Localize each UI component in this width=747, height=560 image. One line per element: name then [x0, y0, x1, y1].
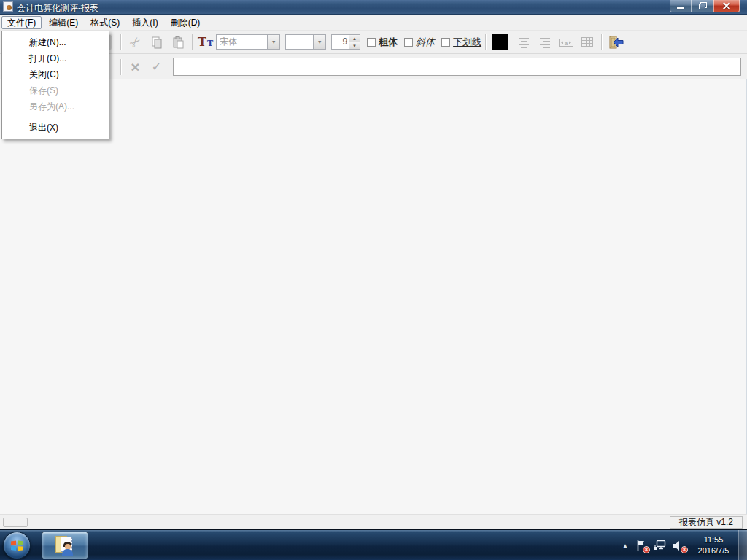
clock-date: 2016/7/5	[691, 545, 736, 556]
formula-input[interactable]	[173, 58, 741, 76]
toolbar-separator	[192, 34, 193, 50]
toolbar-separator	[120, 34, 121, 50]
chevron-down-icon[interactable]: ▼	[267, 35, 279, 49]
taskbar-clock[interactable]: 11:55 2016/7/5	[691, 534, 736, 556]
application-window: 会计电算化测评-报表 文件(F) 编辑(E) 格式(S) 插入(I) 删除(D)…	[0, 0, 747, 560]
window-controls	[670, 0, 740, 12]
menu-item-new[interactable]: 新建(N)...	[3, 34, 108, 50]
menu-delete[interactable]: 删除(D)	[166, 16, 206, 29]
copy-icon	[150, 36, 163, 49]
merge-cells-button[interactable]: a	[556, 33, 576, 51]
format-toolbar: ✂ T T 宋体 ▼ ▼ 9	[0, 31, 747, 54]
formula-bar: × ✓	[0, 55, 747, 79]
menu-gutter-line	[23, 33, 23, 137]
toolbar-separator	[485, 34, 486, 50]
table-grid-button[interactable]	[577, 33, 597, 51]
error-badge: ×	[643, 546, 650, 553]
italic-label: 斜体	[416, 36, 435, 49]
paste-button[interactable]	[168, 33, 187, 51]
cut-button[interactable]: ✂	[125, 33, 145, 51]
minimize-icon	[677, 7, 684, 9]
menu-separator	[25, 117, 107, 117]
font-color-swatch[interactable]	[492, 34, 508, 50]
exit-button[interactable]	[606, 33, 626, 51]
report-app-icon	[54, 534, 76, 556]
font-icon: T T	[198, 36, 213, 48]
tray-expand-icon[interactable]: ▲	[622, 542, 628, 549]
size-spinner-value: 9	[332, 35, 349, 49]
italic-checkbox-group: 斜体	[404, 36, 435, 49]
checkmark-icon: ✓	[151, 59, 161, 74]
menu-item-save: 保存(S)	[3, 82, 108, 98]
formula-cancel-button[interactable]: ×	[125, 58, 145, 76]
menu-file[interactable]: 文件(F)	[1, 16, 42, 29]
align-right-button[interactable]	[535, 33, 554, 51]
bold-checkbox-group: 粗体	[367, 36, 398, 49]
menu-edit[interactable]: 编辑(E)	[44, 16, 83, 29]
bold-label: 粗体	[379, 36, 398, 49]
close-icon	[722, 1, 731, 10]
size-spinner[interactable]: 9 ▲ ▼	[331, 34, 360, 50]
clock-time: 11:55	[691, 534, 736, 545]
table-grid-icon	[580, 36, 595, 48]
close-button[interactable]	[713, 0, 740, 12]
taskbar: ▲ × ×	[0, 529, 747, 560]
menu-format[interactable]: 格式(S)	[85, 16, 125, 29]
bold-checkbox[interactable]	[367, 38, 376, 47]
paste-icon	[171, 36, 185, 49]
svg-text:a: a	[564, 39, 568, 46]
scissors-icon: ✂	[125, 32, 144, 51]
menu-item-exit[interactable]: 退出(X)	[3, 120, 108, 136]
underline-label: 下划线	[453, 36, 481, 49]
start-button[interactable]	[3, 532, 31, 559]
font-name-combobox[interactable]: 宋体 ▼	[216, 34, 280, 50]
file-menu-dropdown: 新建(N)... 打开(O)... 关闭(C) 保存(S) 另存为(A)... …	[1, 31, 109, 139]
toolbar-separator	[601, 34, 602, 50]
toolbar-separator	[120, 59, 121, 75]
copy-button[interactable]	[147, 33, 166, 51]
menu-item-close[interactable]: 关闭(C)	[3, 66, 108, 82]
window-title: 会计电算化测评-报表	[17, 2, 98, 15]
window-app-icon[interactable]	[3, 1, 13, 12]
menu-insert[interactable]: 插入(I)	[127, 16, 163, 29]
exit-door-icon	[608, 35, 625, 50]
volume-muted-icon[interactable]: ×	[672, 539, 685, 552]
chevron-down-icon[interactable]: ▼	[313, 35, 325, 49]
action-center-flag-icon[interactable]: ×	[634, 539, 647, 552]
work-area	[0, 79, 747, 514]
merge-cells-icon: a	[557, 36, 575, 49]
cancel-x-icon: ×	[131, 58, 139, 76]
restore-button[interactable]	[692, 0, 713, 12]
align-center-button[interactable]	[514, 33, 533, 51]
spin-down-icon[interactable]: ▼	[349, 42, 360, 49]
align-center-icon	[516, 36, 531, 49]
menu-item-open[interactable]: 打开(O)...	[3, 50, 108, 66]
font-size-combobox[interactable]: ▼	[285, 34, 326, 50]
minimize-button[interactable]	[670, 0, 692, 12]
taskbar-app-button[interactable]	[42, 532, 88, 559]
italic-checkbox[interactable]	[404, 38, 413, 47]
font-name-value: 宋体	[217, 36, 267, 48]
menu-bar: 文件(F) 编辑(E) 格式(S) 插入(I) 删除(D)	[0, 15, 747, 31]
status-panel-left	[3, 518, 28, 527]
spin-up-icon[interactable]: ▲	[349, 35, 360, 42]
underline-checkbox-group: 下划线	[441, 36, 481, 49]
system-tray: ▲ × ×	[622, 530, 736, 560]
windows-logo-icon	[9, 539, 24, 552]
restore-icon	[699, 2, 707, 9]
version-label: 报表仿真 v1.2	[670, 516, 743, 529]
status-bar: 报表仿真 v1.2	[0, 514, 747, 529]
show-desktop-button[interactable]	[738, 530, 747, 560]
mute-badge: ×	[681, 546, 688, 553]
formula-confirm-button[interactable]: ✓	[147, 58, 166, 76]
underline-checkbox[interactable]	[441, 38, 450, 47]
align-right-icon	[538, 36, 552, 49]
title-bar: 会计电算化测评-报表	[0, 0, 747, 15]
menu-item-save-as: 另存为(A)...	[3, 98, 108, 114]
network-icon[interactable]	[653, 539, 666, 552]
